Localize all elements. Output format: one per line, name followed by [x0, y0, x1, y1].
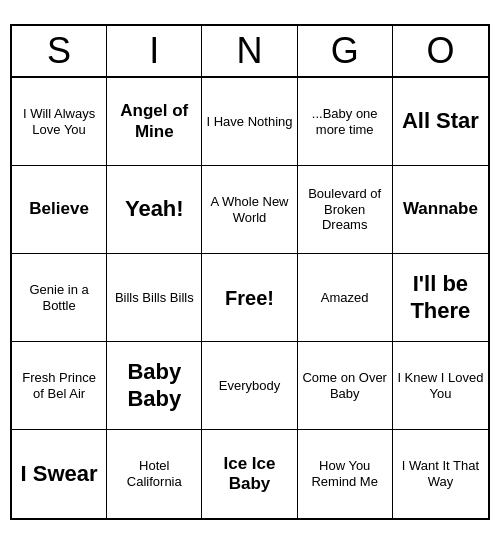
- bingo-cell: Ice Ice Baby: [202, 430, 297, 518]
- bingo-cell: I Have Nothing: [202, 78, 297, 166]
- bingo-cell: Genie in a Bottle: [12, 254, 107, 342]
- bingo-cell: Yeah!: [107, 166, 202, 254]
- bingo-cell: Amazed: [298, 254, 393, 342]
- bingo-cell: Angel of Mine: [107, 78, 202, 166]
- bingo-cell: How You Remind Me: [298, 430, 393, 518]
- header-letter: S: [12, 26, 107, 76]
- bingo-cell: Believe: [12, 166, 107, 254]
- bingo-cell: I Swear: [12, 430, 107, 518]
- header-letter: N: [202, 26, 297, 76]
- bingo-cell: Hotel California: [107, 430, 202, 518]
- bingo-cell: Free!: [202, 254, 297, 342]
- bingo-cell: I Will Always Love You: [12, 78, 107, 166]
- header-letter: G: [298, 26, 393, 76]
- bingo-cell: Bills Bills Bills: [107, 254, 202, 342]
- bingo-cell: I Want It That Way: [393, 430, 488, 518]
- bingo-cell: Fresh Prince of Bel Air: [12, 342, 107, 430]
- header-letter: O: [393, 26, 488, 76]
- bingo-card: SINGO I Will Always Love YouAngel of Min…: [10, 24, 490, 520]
- bingo-cell: All Star: [393, 78, 488, 166]
- bingo-cell: Come on Over Baby: [298, 342, 393, 430]
- bingo-cell: Wannabe: [393, 166, 488, 254]
- bingo-cell: I'll be There: [393, 254, 488, 342]
- bingo-cell: Boulevard of Broken Dreams: [298, 166, 393, 254]
- bingo-cell: ...Baby one more time: [298, 78, 393, 166]
- bingo-grid: I Will Always Love YouAngel of MineI Hav…: [12, 78, 488, 518]
- header-letter: I: [107, 26, 202, 76]
- bingo-cell: I Knew I Loved You: [393, 342, 488, 430]
- bingo-cell: A Whole New World: [202, 166, 297, 254]
- header-row: SINGO: [12, 26, 488, 78]
- bingo-cell: Baby Baby: [107, 342, 202, 430]
- bingo-cell: Everybody: [202, 342, 297, 430]
